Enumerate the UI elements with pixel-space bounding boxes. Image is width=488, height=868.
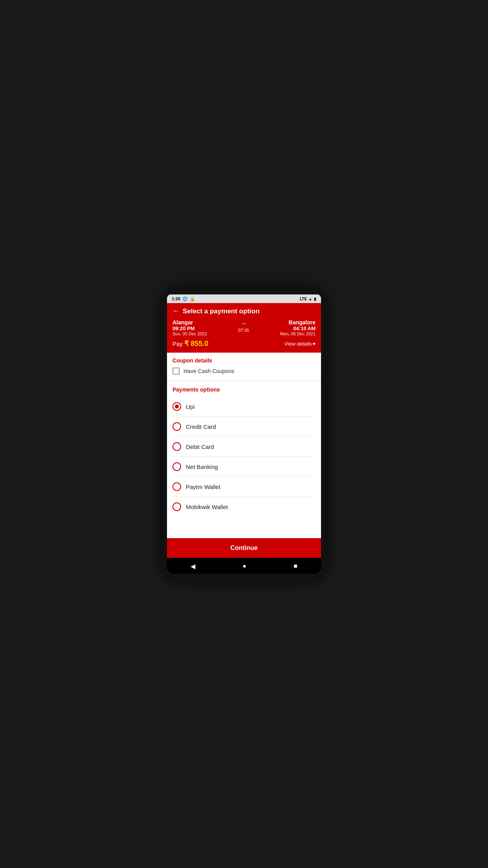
- journey-row: Alangar 09:20 PM Sun, 05 Dec 2021 → 07:3…: [172, 319, 316, 336]
- view-details-label: View details: [284, 341, 312, 347]
- cash-coupon-checkbox[interactable]: [172, 368, 180, 375]
- payments-section-title: Payments options: [172, 386, 316, 393]
- origin-date: Sun, 05 Dec 2021: [172, 331, 207, 336]
- main-content: Coupon details Have Cash Coupons Payment…: [167, 353, 321, 558]
- continue-button[interactable]: Continue: [167, 538, 321, 558]
- lock-icon: 🔒: [190, 296, 195, 302]
- radio-net-banking: [172, 462, 181, 471]
- coupon-row[interactable]: Have Cash Coupons: [172, 368, 316, 375]
- radio-mobikwik-wallet: [172, 502, 181, 511]
- status-bar-right: LTE ▲ ▮: [300, 297, 316, 301]
- origin-time: 09:20 PM: [172, 326, 207, 331]
- nav-bar: ◀ ● ■: [167, 558, 321, 574]
- payment-label-upi: Upi: [186, 403, 195, 410]
- status-bar: 1:26 🌐 🔒 LTE ▲ ▮: [167, 294, 321, 303]
- payment-option-paytm-wallet[interactable]: Paytm Wallet: [172, 477, 316, 497]
- payment-option-debit-card[interactable]: Debit Card: [172, 437, 316, 457]
- journey-origin: Alangar 09:20 PM Sun, 05 Dec 2021: [172, 319, 207, 336]
- radio-credit-card: [172, 422, 181, 431]
- journey-destination: Bangalore 04:10 AM Mon, 06 Dec 2021: [280, 319, 316, 336]
- payment-option-mobikwik-wallet[interactable]: Mobikwik Wallet: [172, 497, 316, 517]
- payment-label-paytm-wallet: Paytm Wallet: [186, 484, 220, 490]
- back-button[interactable]: ←: [172, 307, 180, 315]
- nav-home-button[interactable]: ●: [242, 563, 246, 570]
- pay-amount: ₹ 855.0: [184, 340, 208, 348]
- radio-upi: [172, 402, 181, 411]
- chevron-down-icon: ▾: [313, 341, 316, 347]
- origin-city: Alangar: [172, 319, 207, 326]
- payment-option-net-banking[interactable]: Net Banking: [172, 457, 316, 477]
- dest-date: Mon, 06 Dec 2021: [280, 331, 316, 336]
- coupon-section-title: Coupon details: [172, 357, 316, 364]
- vpn-icon: 🌐: [182, 296, 188, 302]
- radio-upi-inner: [175, 405, 179, 408]
- journey-arrow-icon: →: [240, 320, 247, 327]
- dest-city: Bangalore: [280, 319, 316, 326]
- status-time: 1:26: [172, 296, 180, 301]
- page-title: Select a payment option: [183, 307, 260, 315]
- radio-debit-card: [172, 442, 181, 451]
- journey-duration: 07:35: [238, 328, 249, 333]
- phone-shell: 1:26 🌐 🔒 LTE ▲ ▮ ← Select a payment opti…: [161, 287, 327, 581]
- dest-time: 04:10 AM: [280, 326, 316, 331]
- app-header: ← Select a payment option Alangar 09:20 …: [167, 303, 321, 353]
- pay-label: Pay: [172, 340, 183, 347]
- header-title-row: ← Select a payment option: [172, 307, 316, 315]
- payment-option-upi[interactable]: Upi: [172, 397, 316, 417]
- pay-row: Pay ₹ 855.0 View details ▾: [172, 339, 316, 348]
- battery-icon: ▮: [314, 297, 316, 301]
- phone-screen: 1:26 🌐 🔒 LTE ▲ ▮ ← Select a payment opti…: [167, 294, 321, 574]
- cash-coupon-label: Have Cash Coupons: [183, 368, 234, 374]
- network-label: LTE: [300, 297, 307, 301]
- nav-back-button[interactable]: ◀: [191, 563, 195, 570]
- payment-label-net-banking: Net Banking: [186, 463, 218, 470]
- payment-options-section: Payments options Upi Credit Card Debit: [167, 382, 321, 538]
- nav-recent-button[interactable]: ■: [294, 563, 297, 570]
- coupon-section: Coupon details Have Cash Coupons: [167, 353, 321, 379]
- pay-label-amount: Pay ₹ 855.0: [172, 339, 208, 348]
- payment-option-credit-card[interactable]: Credit Card: [172, 417, 316, 437]
- status-bar-left: 1:26 🌐 🔒: [172, 296, 195, 302]
- payment-label-debit-card: Debit Card: [186, 443, 214, 450]
- signal-icon: ▲: [308, 297, 312, 301]
- journey-middle: → 07:35: [238, 320, 249, 333]
- payment-label-mobikwik-wallet: Mobikwik Wallet: [186, 504, 228, 510]
- payment-label-credit-card: Credit Card: [186, 423, 216, 430]
- view-details-button[interactable]: View details ▾: [284, 341, 316, 347]
- radio-paytm-wallet: [172, 482, 181, 491]
